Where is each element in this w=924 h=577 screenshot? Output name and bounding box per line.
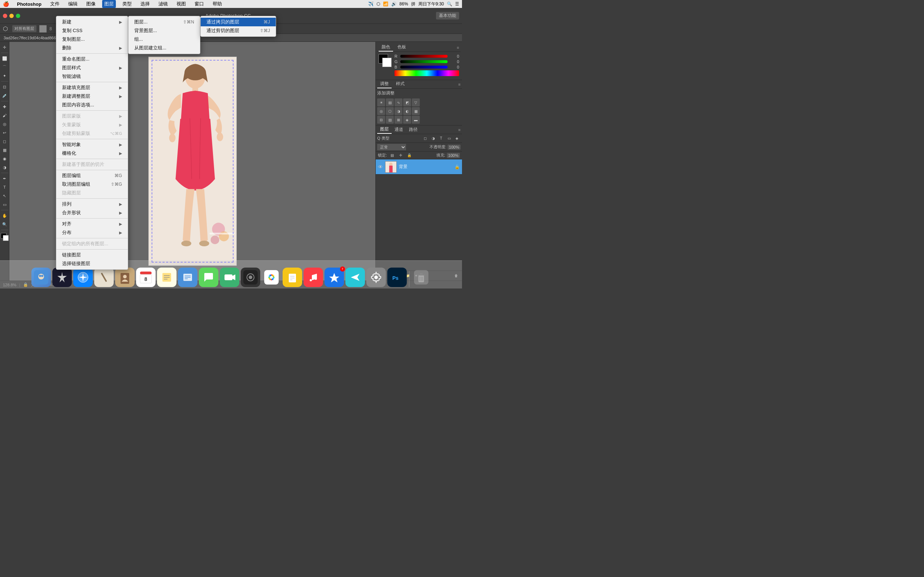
sub-cut-layer[interactable]: 通过剪切的图层 ⇧⌘J	[201, 26, 276, 35]
b-slider[interactable]	[400, 66, 447, 69]
selective-color-icon[interactable]: ◈	[403, 116, 411, 124]
threshold-adj-icon[interactable]: ⊠	[394, 116, 402, 124]
blend-mode-select[interactable]: 正常	[377, 144, 406, 150]
posterize-adj-icon[interactable]: ▤	[386, 116, 394, 124]
brush-tool[interactable]: 🖌	[1, 111, 9, 119]
photo-filter-icon[interactable]: ◐	[403, 107, 411, 115]
search-icon[interactable]: 🔍	[447, 2, 452, 6]
minimize-button[interactable]	[10, 14, 14, 18]
lock-pixels-icon[interactable]: ▤	[388, 152, 396, 159]
menubar-layer[interactable]: 图层	[102, 0, 116, 8]
dock-music[interactable]	[304, 268, 323, 287]
hsl-adj-icon[interactable]: ◎	[377, 107, 385, 115]
lasso-tool[interactable]: ⌒	[1, 63, 9, 71]
dock-appstore[interactable]: 7	[325, 268, 344, 287]
invert-adj-icon[interactable]: ⊟	[377, 116, 385, 124]
r-slider[interactable]	[400, 55, 447, 58]
menu-layer-content[interactable]: 图层内容选项...	[56, 101, 128, 109]
crop-tool[interactable]: ⊡	[1, 83, 9, 91]
dock-messages[interactable]	[199, 268, 218, 287]
background-color[interactable]	[3, 235, 9, 241]
dock-notes2[interactable]	[283, 268, 302, 287]
gradient-map-icon[interactable]: ▬	[412, 116, 420, 124]
brightness-adj-icon[interactable]: ☀	[377, 98, 385, 106]
opacity-value[interactable]: 100%	[447, 145, 460, 150]
tab-swatches[interactable]: 色板	[394, 43, 409, 52]
menubar-edit[interactable]: 编辑	[66, 0, 80, 8]
eraser-tool[interactable]: ◻	[1, 137, 9, 145]
shape-filter-icon[interactable]: ▭	[446, 135, 452, 142]
tab-paths[interactable]: 路径	[406, 126, 420, 134]
tab-color[interactable]: 颜色	[379, 43, 393, 52]
menubar-photoshop[interactable]: Photoshop	[15, 1, 44, 8]
menubar-window[interactable]: 窗口	[192, 0, 206, 8]
menubar-image[interactable]: 图像	[84, 0, 98, 8]
align-option[interactable]: 对所有图层	[12, 25, 36, 32]
magic-wand-tool[interactable]: ✦	[1, 72, 9, 80]
menu-merge-shapes[interactable]: 合并形状 ▶	[56, 208, 128, 217]
menu-smart-filter[interactable]: 智能滤镜	[56, 72, 128, 81]
dock-photos[interactable]	[262, 268, 281, 287]
dock-trash[interactable]	[412, 268, 431, 287]
colorbalance-adj-icon[interactable]: ⬡	[386, 107, 394, 115]
background-swatch[interactable]	[382, 58, 392, 67]
dock-contacts[interactable]	[115, 268, 135, 287]
tab-layers[interactable]: 图层	[377, 126, 392, 134]
dock-direct[interactable]	[346, 268, 365, 287]
panel-menu-icon[interactable]: ≡	[457, 45, 459, 50]
dock-facetime[interactable]	[220, 268, 239, 287]
hand-tool[interactable]: ✋	[1, 212, 9, 220]
dock-notes[interactable]	[157, 268, 176, 287]
fg-bg-swatches[interactable]	[379, 54, 392, 67]
fill-value[interactable]: 100%	[447, 153, 460, 158]
sub-new-layer[interactable]: 图层... ⇧⌘N	[129, 18, 200, 26]
menu-delete[interactable]: 删除 ▶	[56, 44, 128, 52]
levels-adj-icon[interactable]: ▤	[386, 98, 394, 106]
tool-icon[interactable]: ⬡	[3, 25, 8, 32]
gradient-tool[interactable]: ▦	[1, 146, 9, 154]
dock-launchpad[interactable]	[52, 268, 72, 287]
apple-menu[interactable]: 🍎	[3, 1, 9, 7]
dock-settings[interactable]	[366, 268, 386, 287]
adj-filter-icon[interactable]: ◑	[430, 135, 437, 142]
menu-copy-css[interactable]: 复制 CSS	[56, 26, 128, 35]
dock-photos2[interactable]	[241, 268, 260, 287]
dock-safari[interactable]	[73, 268, 93, 287]
menubar-filter[interactable]: 滤镜	[156, 0, 170, 8]
menu-copy-layer[interactable]: 复制图层...	[56, 35, 128, 44]
dock-readkit[interactable]	[178, 268, 197, 287]
zoom-tool[interactable]: 🔍	[1, 220, 9, 228]
menu-rename[interactable]: 重命名图层...	[56, 55, 128, 63]
layer-visibility-eye[interactable]: 👁	[378, 164, 383, 170]
menubar-select[interactable]: 选择	[138, 0, 152, 8]
blend-mode-option[interactable]	[39, 25, 47, 32]
color-spectrum[interactable]	[394, 70, 459, 76]
curves-adj-icon[interactable]: ∿	[394, 98, 402, 106]
path-select-tool[interactable]: ↖	[1, 192, 9, 200]
menubar-type[interactable]: 类型	[120, 0, 134, 8]
dodge-tool[interactable]: ◑	[1, 163, 9, 171]
tab-adjustments[interactable]: 调整	[377, 80, 392, 89]
blur-tool[interactable]: ◉	[1, 155, 9, 163]
vibrance-adj-icon[interactable]: ▽	[412, 98, 420, 106]
menu-smart-obj[interactable]: 智能对象 ▶	[56, 140, 128, 149]
sub-new-group[interactable]: 组...	[129, 35, 200, 44]
pen-tool[interactable]: ✒	[1, 174, 9, 182]
adj-panel-menu[interactable]: ≡	[459, 82, 460, 87]
menubar-view[interactable]: 视图	[174, 0, 188, 8]
fg-bg-color-selector[interactable]	[1, 233, 9, 241]
dock-pencil[interactable]	[94, 268, 114, 287]
stamp-tool[interactable]: ◎	[1, 120, 9, 128]
lock-position-icon[interactable]: ✛	[397, 152, 404, 159]
marquee-tool[interactable]: ⬜	[1, 55, 9, 62]
tab-styles[interactable]: 样式	[393, 80, 407, 89]
sub-copy-layer[interactable]: 通过拷贝的图层 ⌘J	[201, 18, 276, 26]
menu-link-layer[interactable]: 链接图层	[56, 251, 128, 259]
exposure-adj-icon[interactable]: ◩	[403, 98, 411, 106]
menu-select-link[interactable]: 选择链接图层	[56, 259, 128, 268]
fullscreen-button[interactable]	[16, 14, 20, 18]
menu-arrange[interactable]: 排列 ▶	[56, 200, 128, 208]
text-filter-icon[interactable]: T	[438, 135, 445, 142]
menu-group-layers[interactable]: 图层编组 ⌘G	[56, 171, 128, 180]
dock-photoshop[interactable]: Ps	[387, 268, 407, 287]
